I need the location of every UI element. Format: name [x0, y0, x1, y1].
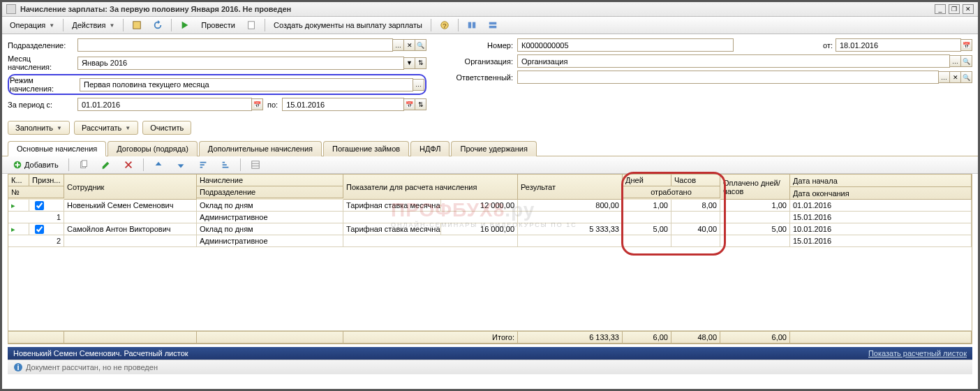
- date-input[interactable]: [836, 38, 961, 52]
- org-select-btn[interactable]: …: [949, 55, 961, 67]
- month-stepper-btn[interactable]: ⇅: [415, 57, 426, 69]
- tab-main[interactable]: Основные начисления: [8, 141, 106, 156]
- period-from-cal-icon[interactable]: 📅: [251, 98, 263, 110]
- resp-input[interactable]: [517, 71, 939, 84]
- period-to-cal-icon[interactable]: 📅: [403, 98, 415, 110]
- calc-button[interactable]: Рассчитать▼: [74, 121, 138, 135]
- resp-label: Ответственный:: [454, 73, 517, 82]
- delete-row-icon[interactable]: [119, 158, 138, 172]
- mode-select-btn[interactable]: …: [413, 79, 424, 91]
- status-employee: Новенький Семен Семенович. Расчетный лис…: [13, 349, 188, 357]
- period-from-input[interactable]: [77, 98, 252, 111]
- tb-icon-6[interactable]: [483, 18, 503, 32]
- svg-rect-0: [133, 22, 141, 29]
- resp-clear-btn[interactable]: ✕: [949, 71, 961, 83]
- tab-bar: Основные начисления Договоры (подряда) Д…: [2, 140, 978, 156]
- minimize-button[interactable]: _: [935, 4, 946, 14]
- number-input[interactable]: [517, 38, 734, 52]
- row1-check[interactable]: [35, 201, 44, 210]
- svg-rect-6: [489, 22, 497, 25]
- grid-settings-icon[interactable]: [246, 158, 265, 172]
- tab-ndfl[interactable]: НДФЛ: [410, 141, 450, 156]
- tab-loans[interactable]: Погашение займов: [323, 141, 409, 156]
- col-k[interactable]: К...: [8, 175, 29, 186]
- maximize-button[interactable]: ❐: [949, 4, 960, 14]
- col-accrual[interactable]: Начисление: [197, 175, 343, 186]
- subdivision-label: Подразделение:: [8, 41, 77, 50]
- col-indicators[interactable]: Показатели для расчета начисления: [343, 175, 518, 200]
- subdivision-select-btn[interactable]: …: [392, 39, 404, 51]
- edit-row-icon[interactable]: [96, 158, 116, 172]
- svg-rect-7: [489, 26, 497, 29]
- svg-rect-1: [248, 22, 255, 29]
- provesti-button[interactable]: Провести: [196, 19, 240, 31]
- subdivision-input[interactable]: [77, 38, 393, 52]
- show-payslip-link[interactable]: Показать расчетный листок: [868, 349, 967, 357]
- status-text: Документ рассчитан, но не проведен: [26, 363, 158, 371]
- period-stepper-btn[interactable]: ⇅: [415, 98, 426, 110]
- col-days[interactable]: Дней: [623, 175, 671, 186]
- svg-rect-11: [251, 161, 259, 169]
- tab-extra[interactable]: Дополнительные начисления: [199, 141, 322, 156]
- add-row-button[interactable]: Добавить: [8, 158, 64, 172]
- data-grid[interactable]: К... Призн... № Сотрудник Начисление Под…: [8, 174, 972, 344]
- close-button[interactable]: ✕: [963, 4, 974, 14]
- table-row[interactable]: ▸ Новенький Семен Семенович Оклад по дня…: [8, 200, 972, 223]
- toolbar: Операция▼ Действия▼ Провести Создать док…: [2, 17, 978, 34]
- sort-desc-icon[interactable]: [216, 158, 235, 172]
- col-n[interactable]: №: [8, 186, 64, 198]
- col-worked[interactable]: отработано: [623, 186, 720, 198]
- titlebar: Начисление зарплаты: За первую половину …: [2, 2, 978, 17]
- tb-help-icon[interactable]: ?: [435, 18, 454, 32]
- resp-search-btn[interactable]: 🔍: [960, 71, 972, 83]
- clear-button[interactable]: Очистить: [142, 121, 191, 135]
- subdivision-search-btn[interactable]: 🔍: [415, 39, 426, 51]
- resp-select-btn[interactable]: …: [938, 71, 950, 83]
- month-dd-btn[interactable]: ▼: [403, 57, 415, 69]
- tab-contracts[interactable]: Договоры (подряда): [107, 141, 198, 156]
- info-icon: i: [13, 362, 23, 372]
- tb-icon-5[interactable]: [462, 18, 482, 32]
- mode-input[interactable]: [80, 78, 413, 91]
- row2-check[interactable]: [35, 225, 44, 234]
- app-icon: [6, 4, 16, 14]
- org-input[interactable]: [517, 54, 950, 68]
- move-down-icon[interactable]: [171, 158, 191, 172]
- date-label: от:: [820, 41, 836, 50]
- tb-icon-1[interactable]: [127, 18, 147, 32]
- tb-refresh-icon[interactable]: [148, 18, 168, 32]
- col-hours[interactable]: Часов: [671, 175, 720, 186]
- col-employee[interactable]: Сотрудник: [64, 175, 197, 200]
- operation-menu[interactable]: Операция▼: [5, 19, 59, 31]
- col-dstart[interactable]: Дата начала: [790, 175, 972, 187]
- svg-text:i: i: [17, 363, 19, 371]
- window-title: Начисление зарплаты: За первую половину …: [20, 5, 932, 13]
- svg-text:?: ?: [443, 22, 446, 29]
- col-pr[interactable]: Призн...: [29, 175, 64, 186]
- col-paid[interactable]: Оплачено дней/часов: [720, 175, 790, 200]
- table-row[interactable]: ▸ Самойлов Антон Викторович Оклад по дня…: [8, 223, 972, 247]
- actions-menu[interactable]: Действия▼: [67, 19, 119, 31]
- svg-rect-10: [82, 161, 87, 167]
- tb-doc-icon[interactable]: [242, 18, 261, 32]
- sort-asc-icon[interactable]: [193, 158, 213, 172]
- move-up-icon[interactable]: [149, 158, 168, 172]
- subdivision-clear-btn[interactable]: ✕: [403, 39, 415, 51]
- create-docs-button[interactable]: Создать документы на выплату зарплаты: [269, 19, 427, 31]
- org-search-btn[interactable]: 🔍: [960, 55, 972, 67]
- period-to-input[interactable]: [282, 98, 404, 111]
- month-input[interactable]: [77, 57, 404, 70]
- status-bar-payslip: Новенький Семен Семенович. Расчетный лис…: [8, 347, 972, 360]
- fill-button[interactable]: Заполнить▼: [8, 121, 70, 135]
- month-label: Месяц начисления:: [8, 54, 77, 71]
- status-bar-info: i Документ рассчитан, но не проведен: [8, 360, 972, 374]
- form-area: Подразделение: … ✕ 🔍 Месяц начисления: ▼…: [2, 34, 978, 118]
- col-subdiv[interactable]: Подразделение: [197, 186, 343, 198]
- tab-other[interactable]: Прочие удержания: [451, 141, 536, 156]
- date-cal-icon[interactable]: 📅: [960, 39, 972, 51]
- tb-play-icon[interactable]: [175, 18, 195, 32]
- copy-row-icon[interactable]: [74, 158, 94, 172]
- period-to-label: по:: [263, 101, 282, 109]
- col-dend[interactable]: Дата окончания: [790, 187, 972, 200]
- col-result[interactable]: Результат: [518, 175, 623, 200]
